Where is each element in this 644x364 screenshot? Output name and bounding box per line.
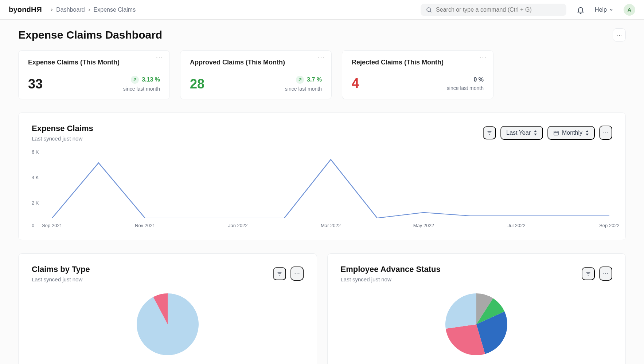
x-tick: May 2022 bbox=[413, 223, 434, 228]
panel-sub: Last synced just now bbox=[341, 276, 441, 282]
panel-more-button[interactable]: ⋯ bbox=[290, 266, 304, 281]
kpi-more-button[interactable]: ⋯ bbox=[479, 56, 487, 59]
arrow-up-right-icon bbox=[131, 76, 139, 84]
kpi-sub: since last month bbox=[447, 85, 484, 91]
x-tick: Jul 2022 bbox=[508, 223, 526, 228]
y-tick: 0 bbox=[32, 223, 34, 228]
ellipsis-icon: ⋯ bbox=[603, 270, 609, 277]
kpi-more-button[interactable]: ⋯ bbox=[317, 56, 325, 59]
ellipsis-icon: ⋯ bbox=[603, 129, 609, 136]
topbar: byondHR Dashboard Expense Claims Help A bbox=[0, 0, 644, 20]
chevron-right-icon bbox=[50, 8, 54, 12]
line-chart: 6 K 4 K 2 K 0 Sep 2021Nov 2021Jan 2022Ma… bbox=[32, 152, 612, 228]
kpi-sub: since last month bbox=[285, 86, 322, 92]
range-selector[interactable]: Last Year bbox=[500, 126, 543, 140]
chevron-right-icon bbox=[87, 8, 91, 12]
svg-line-2 bbox=[134, 79, 136, 81]
svg-line-1 bbox=[430, 11, 432, 12]
kpi-value: 28 bbox=[190, 76, 204, 92]
filter-button[interactable] bbox=[483, 126, 496, 139]
svg-marker-7 bbox=[534, 130, 537, 132]
svg-marker-14 bbox=[586, 134, 589, 135]
kpi-value: 33 bbox=[28, 76, 43, 92]
arrow-up-right-icon bbox=[296, 76, 304, 84]
svg-rect-9 bbox=[554, 131, 558, 135]
bell-icon[interactable] bbox=[577, 6, 585, 14]
sort-icon bbox=[534, 130, 537, 135]
brand-suffix: HR bbox=[31, 5, 42, 14]
kpi-sub: since last month bbox=[123, 86, 160, 92]
panel-more-button[interactable]: ⋯ bbox=[599, 126, 612, 140]
filter-button[interactable] bbox=[273, 267, 286, 280]
panel-title: Employee Advance Status bbox=[341, 265, 441, 274]
kpi-trend: 3.13 % bbox=[131, 76, 160, 84]
kpi-title: Expense Claims (This Month) bbox=[28, 59, 160, 66]
help-menu[interactable]: Help bbox=[595, 7, 613, 13]
page-more-button[interactable]: ⋯ bbox=[613, 28, 626, 41]
panel-title: Expense Claims bbox=[32, 124, 93, 133]
kpi-trend-value: 3.13 % bbox=[142, 76, 160, 83]
svg-marker-8 bbox=[534, 134, 537, 135]
panel-more-button[interactable]: ⋯ bbox=[599, 266, 612, 281]
kpi-title: Rejected Claims (This Month) bbox=[352, 59, 484, 66]
kpi-card-expense-claims: Expense Claims (This Month) ⋯ 33 3.13 % … bbox=[18, 50, 170, 99]
interval-label: Monthly bbox=[562, 130, 582, 136]
range-label: Last Year bbox=[506, 130, 531, 136]
kpi-trend: 3.7 % bbox=[296, 76, 322, 84]
search-box[interactable] bbox=[421, 4, 566, 16]
ellipsis-icon: ⋯ bbox=[294, 270, 300, 277]
breadcrumb-expense-claims[interactable]: Expense Claims bbox=[94, 7, 136, 13]
kpi-trend-value: 0 % bbox=[473, 76, 484, 83]
search-icon bbox=[426, 7, 432, 13]
avatar-initial: A bbox=[628, 7, 632, 13]
calendar-icon bbox=[553, 130, 559, 136]
svg-line-3 bbox=[299, 79, 301, 81]
chevron-down-icon bbox=[609, 8, 613, 12]
x-tick: Sep 2021 bbox=[42, 223, 62, 228]
help-label: Help bbox=[595, 7, 607, 13]
breadcrumb-dashboard[interactable]: Dashboard bbox=[56, 7, 85, 13]
brand-logo[interactable]: byondHR bbox=[9, 5, 42, 14]
x-tick: Jan 2022 bbox=[228, 223, 248, 228]
panel-claims-by-type: Claims by Type Last synced just now ⋯ bbox=[18, 253, 317, 364]
x-tick: Sep 2022 bbox=[599, 223, 620, 228]
pie-chart bbox=[137, 293, 199, 355]
panel-expense-claims: Expense Claims Last synced just now Last… bbox=[18, 112, 626, 240]
filter-icon bbox=[277, 271, 282, 277]
kpi-card-rejected-claims: Rejected Claims (This Month) ⋯ 4 0 % sin… bbox=[342, 50, 493, 99]
kpi-title: Approved Claims (This Month) bbox=[190, 59, 322, 66]
y-tick: 6 K bbox=[32, 149, 39, 155]
pie-chart bbox=[445, 293, 507, 355]
search-input[interactable] bbox=[436, 7, 561, 13]
kpi-more-button[interactable]: ⋯ bbox=[156, 56, 164, 59]
kpi-value: 4 bbox=[352, 76, 359, 91]
panel-sub: Last synced just now bbox=[32, 276, 90, 282]
filter-icon bbox=[585, 271, 591, 277]
y-tick: 2 K bbox=[32, 200, 39, 205]
sort-icon bbox=[585, 130, 589, 135]
kpi-trend-value: 3.7 % bbox=[307, 76, 322, 83]
panel-sub: Last synced just now bbox=[32, 135, 93, 142]
page-title: Expense Claims Dashboard bbox=[18, 29, 162, 41]
kpi-card-approved-claims: Approved Claims (This Month) ⋯ 28 3.7 % … bbox=[180, 50, 332, 99]
avatar[interactable]: A bbox=[624, 4, 635, 16]
svg-point-0 bbox=[427, 8, 431, 12]
panel-advance-status: Employee Advance Status Last synced just… bbox=[327, 253, 626, 364]
panel-title: Claims by Type bbox=[32, 265, 90, 274]
interval-selector[interactable]: Monthly bbox=[547, 126, 595, 140]
x-tick: Nov 2021 bbox=[135, 223, 155, 228]
filter-icon bbox=[487, 130, 492, 136]
ellipsis-icon: ⋯ bbox=[617, 32, 622, 38]
filter-button[interactable] bbox=[582, 267, 595, 280]
x-tick: Mar 2022 bbox=[321, 223, 341, 228]
y-tick: 4 K bbox=[32, 174, 39, 180]
brand-text: byond bbox=[9, 5, 31, 14]
svg-marker-13 bbox=[586, 130, 589, 132]
